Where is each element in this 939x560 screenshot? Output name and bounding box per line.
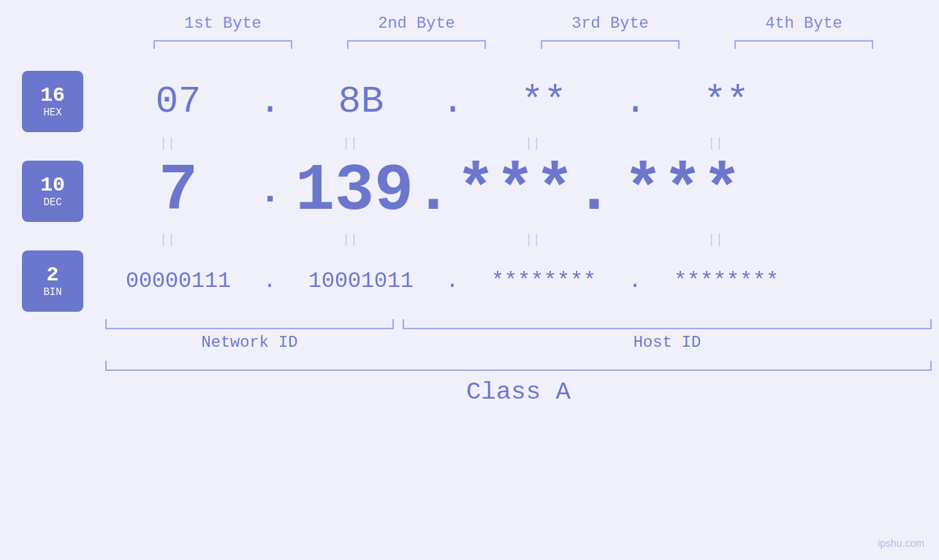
bin-badge-number: 2 — [47, 264, 59, 287]
byte2-header: 2nd Byte — [336, 15, 497, 33]
dec-dot1: . — [259, 170, 281, 213]
dec-byte2-cell: 139. — [281, 154, 441, 229]
equals-row-1: || || || || — [0, 136, 939, 150]
bin-badge-label: BIN — [43, 286, 61, 298]
bottom-brackets-area: Network ID Host ID — [105, 319, 932, 352]
class-label: Class A — [105, 378, 932, 406]
host-id-label: Host ID — [403, 334, 932, 352]
byte4-header: 4th Byte — [723, 15, 884, 33]
bin-byte4-cell: ******** — [646, 269, 807, 294]
bracket-top-4 — [734, 40, 873, 49]
bin-byte3-value: ******** — [478, 269, 609, 294]
equals-2-3: || — [441, 232, 624, 247]
network-bracket — [105, 319, 394, 329]
hex-dot3: . — [624, 80, 646, 123]
byte3-header: 3rd Byte — [530, 15, 691, 33]
hex-dot1: . — [259, 80, 281, 123]
bin-byte1-value: 00000111 — [113, 269, 244, 294]
equals-1-3: || — [441, 136, 624, 150]
bin-byte4-value: ******** — [661, 269, 792, 294]
equals-1-1: || — [76, 136, 259, 150]
equals-2-2: || — [259, 232, 441, 247]
bin-byte2-value: 10001011 — [295, 269, 427, 294]
hex-byte1-value: 07 — [113, 80, 244, 123]
overall-bracket — [105, 361, 932, 371]
hex-badge-number: 16 — [40, 85, 65, 107]
bin-dot1: . — [259, 269, 281, 294]
dec-byte1-cell: 7 — [98, 154, 259, 229]
watermark: ipshu.com — [878, 537, 924, 549]
dec-values: 7 . 139. ***. *** — [83, 154, 939, 229]
id-labels: Network ID Host ID — [105, 334, 932, 352]
bracket-top-3 — [541, 40, 680, 49]
dec-byte4-value: *** — [617, 154, 748, 229]
hex-row: 16 HEX 07 . 8B . ** . ** — [0, 71, 939, 132]
equals-2-4: || — [624, 232, 807, 247]
dec-badge-number: 10 — [40, 174, 65, 197]
hex-values: 07 . 8B . ** . ** — [83, 80, 939, 123]
hex-byte2-cell: 8B — [281, 80, 441, 123]
dec-byte4-cell: *** — [602, 154, 763, 229]
bin-values: 00000111 . 10001011 . ******** . *******… — [83, 269, 939, 294]
bin-dot3: . — [624, 269, 646, 294]
dec-badge-label: DEC — [43, 196, 61, 208]
bin-byte1-cell: 00000111 — [98, 269, 259, 294]
dec-byte3-value: ***. — [456, 154, 588, 229]
dec-byte3-cell: ***. — [441, 154, 602, 229]
byte-headers: 1st Byte 2nd Byte 3rd Byte 4th Byte — [126, 15, 901, 33]
byte1-header: 1st Byte — [142, 15, 303, 33]
network-id-label: Network ID — [105, 334, 394, 352]
dec-row: 10 DEC 7 . 139. ***. *** — [0, 154, 939, 229]
overall-bracket-area: Class A — [105, 361, 932, 406]
bracket-top-2 — [347, 40, 486, 49]
equals-2-1: || — [76, 232, 259, 247]
dec-byte2-value: 139. — [295, 154, 427, 229]
hex-byte1-cell: 07 — [98, 80, 259, 123]
bin-badge: 2 BIN — [22, 250, 83, 312]
bin-row: 2 BIN 00000111 . 10001011 . ******** . *… — [0, 250, 939, 312]
host-bracket — [403, 319, 932, 329]
hex-byte4-cell: ** — [646, 80, 807, 123]
bin-byte3-cell: ******** — [463, 269, 624, 294]
hex-byte4-value: ** — [661, 80, 792, 123]
bracket-top-1 — [153, 40, 292, 49]
dec-badge: 10 DEC — [22, 161, 83, 222]
hex-byte3-cell: ** — [463, 80, 624, 123]
bin-dot2: . — [441, 269, 463, 294]
hex-byte2-value: 8B — [295, 80, 427, 123]
hex-badge: 16 HEX — [22, 71, 83, 132]
equals-row-2: || || || || — [0, 232, 939, 247]
main-container: 1st Byte 2nd Byte 3rd Byte 4th Byte 16 H… — [0, 0, 939, 560]
hex-dot2: . — [441, 80, 463, 123]
top-brackets — [126, 40, 901, 49]
hex-badge-label: HEX — [43, 107, 61, 118]
equals-1-2: || — [259, 136, 441, 150]
equals-1-4: || — [624, 136, 807, 150]
bottom-brackets — [105, 319, 932, 329]
dec-byte1-value: 7 — [113, 154, 244, 229]
bin-byte2-cell: 10001011 — [281, 269, 441, 294]
hex-byte3-value: ** — [478, 80, 609, 123]
